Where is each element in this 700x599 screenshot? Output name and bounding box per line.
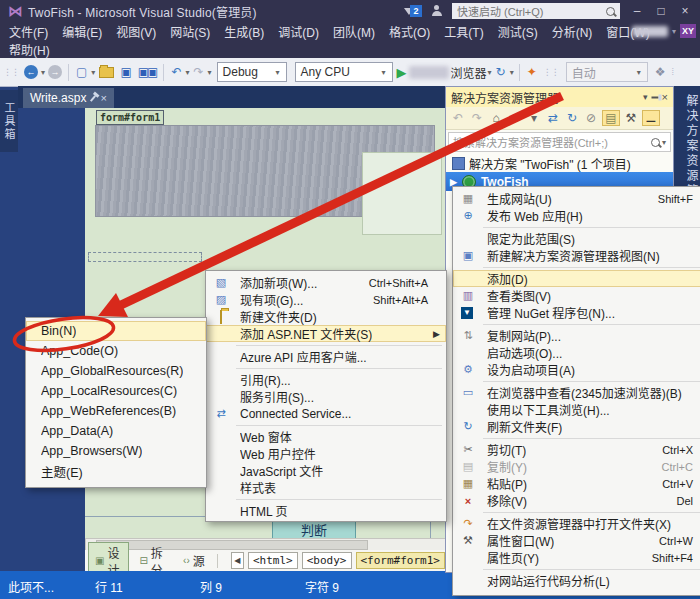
menu-item-existing-item[interactable]: ▨现有项(G)...Shift+Alt+A [206,291,446,308]
solution-explorer-header[interactable]: 解决方案资源管理器 ▾ × [446,87,673,107]
sync-with-active-document-icon[interactable]: ⊙ [507,111,523,125]
menu-item-0[interactable]: 文件(F) [2,23,55,40]
chevron-down-icon[interactable]: ▾ [185,68,189,77]
breadcrumb-form[interactable]: <form#form1> [356,552,445,569]
menu-item-property-pages[interactable]: 属性页(Y)Shift+F4 [453,549,700,566]
menu-item-app-webreferences[interactable]: App_WebReferences(B) [26,401,206,421]
forward-icon[interactable]: ↷ [469,111,485,125]
menu-item-new-folder[interactable]: 新建文件夹(D) [206,308,446,325]
menu-item-10[interactable]: 分析(N) [545,23,600,40]
menu-item-paste[interactable]: ▦粘贴(P)Ctrl+V [453,475,700,492]
menu-item-app-browsers[interactable]: App_Browsers(W) [26,441,206,461]
menu-item-remove[interactable]: ×移除(V)Del [453,492,700,509]
chevron-down-icon[interactable]: ▾ [510,68,514,77]
menu-item-4[interactable]: 生成(B) [217,23,271,40]
refresh-icon[interactable]: ↻ [496,65,506,79]
toolbar-overflow[interactable]: ⁞ [672,67,674,77]
menu-item-9[interactable]: 测试(S) [491,23,545,40]
undo-icon[interactable]: ↶ [171,65,181,79]
menu-item-html-page[interactable]: HTML 页 [206,502,446,519]
attach-debugger-icon[interactable]: ✦ [527,65,537,79]
open-file-icon[interactable] [99,67,114,78]
menu-item-browse-with[interactable]: 使用以下工具浏览(H)... [453,401,700,418]
close-button[interactable]: × [678,4,692,18]
menu-item-start-options[interactable]: 启动选项(O)... [453,344,700,361]
menu-item-5[interactable]: 调试(D) [271,23,326,40]
chevron-down-icon[interactable]: ▾ [91,68,95,77]
breadcrumb-body[interactable]: <body> [302,552,352,569]
window-layout-icon[interactable]: ❖ [655,65,666,79]
chevron-down-icon[interactable]: ▾ [208,68,212,77]
navigate-back-icon[interactable]: ← [24,65,38,79]
properties-icon[interactable]: ⚒ [623,111,639,125]
solution-platforms-select[interactable]: Any CPU▾ [295,62,393,82]
menu-item-help[interactable]: 帮助(H) [2,41,57,58]
menu-item-web-form[interactable]: Web 窗体 [206,428,446,445]
menu-item-connected-service[interactable]: ⇄Connected Service... [206,405,446,422]
redo-icon[interactable]: ↷ [193,65,203,79]
feedback-person-icon[interactable] [432,11,442,16]
breadcrumb-back-icon[interactable]: ◀ [231,552,244,569]
menu-item-javascript-file[interactable]: JavaScript 文件 [206,462,446,479]
menu-item-refresh-folder[interactable]: ↻刷新文件夹(F) [453,418,700,435]
pin-icon[interactable] [90,95,96,102]
menu-item-2[interactable]: 视图(V) [109,23,163,40]
menu-item-new-solution-explorer-view[interactable]: ▣新建解决方案资源管理器视图(N) [453,247,700,264]
chevron-down-icon[interactable]: ▾ [643,92,648,102]
menu-item-reference[interactable]: 引用(R)... [206,371,446,388]
menu-item-app-code[interactable]: App_Code(O) [26,341,206,361]
breadcrumb-html[interactable]: <html> [248,552,298,569]
browser-target-label[interactable]: 浏览器 [451,64,487,81]
close-icon[interactable]: × [662,91,668,103]
menu-item-7[interactable]: 格式(O) [382,23,437,40]
close-icon[interactable]: × [100,92,106,104]
quick-launch-input[interactable]: 快速启动 (Ctrl+Q) [452,3,620,19]
form-tag-chip[interactable]: form#form1 [96,110,164,125]
menu-item-web-user-control[interactable]: Web 用户控件 [206,445,446,462]
minimize-button[interactable]: – [630,4,644,18]
menu-item-run-code-analysis-on-website[interactable]: 对网站运行代码分析(L) [453,572,700,589]
solution-search-input[interactable]: 搜索解决方案资源管理器(Ctrl+;) ▾ [448,132,671,152]
menu-item-style-sheet[interactable]: 样式表 [206,479,446,496]
avatar[interactable]: XY [680,24,696,38]
auto-hide-pin-icon[interactable] [651,96,658,98]
menu-item-cut[interactable]: ✂剪切(T)Ctrl+X [453,441,700,458]
menu-item-publish-web-app[interactable]: ⊕发布 Web 应用(H) [453,207,700,224]
caret-down-icon[interactable]: ▾ [526,111,542,125]
home-icon[interactable]: ⌂ [488,111,504,125]
menu-item-3[interactable]: 网站(S) [163,23,217,40]
collapse-all-icon[interactable]: ⇄ [545,111,561,125]
toolbar-grip[interactable]: ⋮⋮ [543,67,559,77]
sidebar-tab-toolbox[interactable]: 工具箱 [0,90,18,152]
menu-item-azure-api-app-client[interactable]: Azure API 应用客户端... [206,348,446,365]
new-file-icon[interactable]: ▢ [76,65,87,79]
toolbar-grip[interactable]: ⋮⋮ [3,67,19,77]
refresh-icon[interactable]: ↻ [564,111,580,125]
save-icon[interactable]: ▣ [120,65,131,79]
chevron-down-icon[interactable]: ▾ [672,27,676,36]
menu-item-8[interactable]: 工具(T) [437,23,490,40]
solution-configurations-select[interactable]: Debug▾ [217,62,287,82]
auto-select[interactable]: 自动▾ [566,62,648,82]
tab-write-aspx[interactable]: Write.aspx × [23,88,114,108]
chevron-down-icon[interactable]: ▾ [488,68,492,77]
menu-item-scope-to-this[interactable]: 限定为此范围(S) [453,230,700,247]
tree-node-solution[interactable]: 解决方案 "TwoFish" (1 个项目) [446,154,673,172]
chevron-down-icon[interactable]: ▾ [41,68,45,77]
menu-item-1[interactable]: 编辑(E) [55,23,109,40]
menu-item-app-globalresources[interactable]: App_GlobalResources(R) [26,361,206,381]
back-icon[interactable]: ↶ [450,111,466,125]
notifications-button[interactable]: 2 [404,5,422,17]
menu-item-copy-website[interactable]: ⇅复制网站(P)... [453,327,700,344]
navigate-forward-icon[interactable]: → [48,65,62,79]
menu-item-view-class-diagram[interactable]: ▥查看类图(V) [453,287,700,304]
pending-changes-filter-icon[interactable]: ⊘ [583,111,599,125]
start-debugging-icon[interactable]: ▶ [397,65,407,80]
menu-item-bin[interactable]: Bin(N) [26,321,206,341]
menu-item-manage-nuget-packages[interactable]: ▼管理 NuGet 程序包(N)... [453,304,700,321]
menu-item-add-aspnet-folder[interactable]: 添加 ASP.NET 文件夹(S)▶ [206,325,446,342]
menu-item-properties-window[interactable]: ⚒属性窗口(W)Ctrl+W [453,532,700,549]
menu-item-add[interactable]: 添加(D) [453,270,700,287]
menu-item-open-folder-in-file-explorer[interactable]: ↷在文件资源管理器中打开文件夹(X) [453,515,700,532]
menu-item-6[interactable]: 团队(M) [326,23,382,40]
